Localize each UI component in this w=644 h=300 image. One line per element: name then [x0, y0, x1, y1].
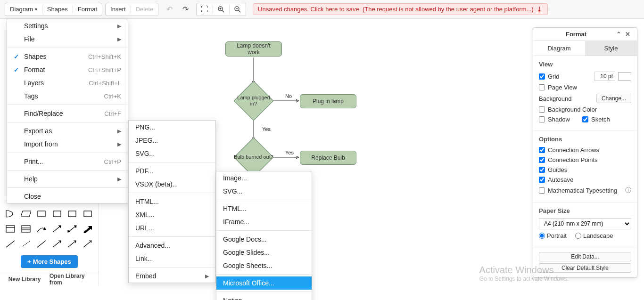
help-icon[interactable]: ⓘ — [625, 186, 631, 195]
embed-image[interactable]: Image... — [216, 171, 312, 185]
shape-arrow2[interactable] — [50, 237, 64, 251]
export-advanced[interactable]: Advanced... — [129, 239, 215, 252]
collapse-icon[interactable]: ⌃ — [614, 31, 623, 38]
pageview-check[interactable] — [539, 84, 545, 90]
shape-trap[interactable] — [19, 207, 33, 220]
shape-line[interactable] — [4, 237, 17, 251]
menu-tags[interactable]: TagsCtrl+K — [7, 89, 128, 103]
shadow-check[interactable] — [539, 116, 545, 122]
tab-style[interactable]: Style — [585, 41, 637, 56]
menu-print[interactable]: Print...Ctrl+P — [7, 155, 128, 168]
shape-rect[interactable] — [35, 207, 48, 220]
grid-size-input[interactable] — [594, 72, 615, 81]
zoom-in-icon[interactable] — [213, 3, 229, 16]
menu-settings[interactable]: Settings▶ — [7, 19, 128, 32]
shape-rect3[interactable] — [66, 207, 79, 220]
diagram-menu-btn[interactable]: Diagram ▾ — [5, 3, 42, 16]
undo-icon[interactable]: ↶ — [161, 3, 177, 16]
embed-html[interactable]: HTML... — [216, 202, 312, 215]
paper-size-select[interactable]: A4 (210 mm x 297 mm) — [539, 218, 631, 229]
export-link[interactable]: Link... — [129, 252, 215, 265]
embed-svg[interactable]: SVG... — [216, 185, 312, 198]
shape-rect4[interactable] — [81, 207, 94, 220]
zoom-out-icon[interactable] — [230, 3, 246, 16]
bgcolor-check[interactable] — [539, 106, 545, 113]
menu-shapes[interactable]: ✓ShapesCtrl+Shift+K — [7, 50, 128, 63]
node-decision-1[interactable]: Lamp plugged in? — [234, 81, 273, 121]
format-menu-btn[interactable]: Format — [73, 3, 102, 16]
menu-find[interactable]: Find/ReplaceCtrl+F — [7, 107, 128, 120]
shape-dashed[interactable] — [19, 237, 33, 251]
connpoints-check[interactable] — [539, 157, 545, 163]
diagram-menu: Settings▶ File▶ ✓ShapesCtrl+Shift+K ✓For… — [7, 19, 128, 203]
grid-color-swatch[interactable] — [618, 72, 631, 81]
svg-line-1 — [222, 10, 224, 12]
menu-file[interactable]: File▶ — [7, 32, 128, 46]
shape-line2[interactable] — [35, 237, 48, 251]
export-vsdx[interactable]: VSDX (beta)... — [129, 178, 215, 191]
download-icon[interactable]: ⭳ — [537, 6, 543, 13]
embed-gsheets[interactable]: Google Sheets... — [216, 259, 312, 272]
menu-format[interactable]: ✓FormatCtrl+Shift+P — [7, 63, 128, 76]
menu-close[interactable]: Close — [7, 190, 128, 203]
svg-line-26 — [37, 241, 46, 247]
export-pdf[interactable]: PDF... — [129, 164, 215, 178]
shape-curve-arrow[interactable] — [35, 222, 48, 235]
shape-halfcircle2[interactable] — [4, 207, 17, 220]
embed-notion[interactable]: Notion... — [216, 294, 312, 300]
shapes-menu-btn[interactable]: Shapes — [42, 3, 73, 16]
svg-line-27 — [53, 241, 60, 247]
open-library-btn[interactable]: Open Library from — [50, 272, 99, 286]
fit-icon[interactable]: ⛶ — [197, 3, 213, 16]
embed-iframe[interactable]: IFrame... — [216, 215, 312, 228]
edge-label-no-1: No — [285, 93, 292, 99]
portrait-radio[interactable] — [539, 233, 545, 239]
edge-label-yes-1: Yes — [262, 126, 271, 132]
shape-thick-arrow[interactable] — [81, 222, 94, 235]
menu-layers[interactable]: LayersCtrl+Shift+L — [7, 76, 128, 89]
export-svg[interactable]: SVG... — [129, 147, 215, 160]
paper-heading: Paper Size — [539, 207, 631, 214]
landscape-radio[interactable] — [575, 233, 581, 239]
connarrows-check[interactable] — [539, 147, 545, 153]
embed-msoffice[interactable]: Microsoft Office... — [216, 276, 312, 290]
redo-icon[interactable]: ↷ — [177, 3, 193, 16]
shape-window[interactable] — [4, 222, 17, 235]
shape-arrow4[interactable] — [81, 237, 94, 251]
shape-biarrow[interactable] — [66, 222, 79, 235]
clear-default-btn[interactable]: Clear Default Style — [539, 263, 631, 273]
export-png[interactable]: PNG... — [129, 121, 215, 134]
export-url[interactable]: URL... — [129, 221, 215, 235]
insert-btn[interactable]: Insert — [106, 3, 131, 16]
autosave-check[interactable] — [539, 177, 545, 183]
bg-change-btn[interactable]: Change... — [596, 94, 631, 103]
node-process-1[interactable]: Plug in lamp — [300, 94, 356, 108]
shape-arrow[interactable] — [50, 222, 64, 235]
sketch-check[interactable] — [582, 116, 588, 122]
grid-check[interactable] — [539, 73, 545, 80]
shape-list[interactable] — [19, 222, 33, 235]
save-warning[interactable]: Unsaved changes. Click here to save. (Th… — [253, 3, 548, 15]
export-html[interactable]: HTML... — [129, 195, 215, 208]
guides-check[interactable] — [539, 167, 545, 173]
math-check[interactable] — [539, 187, 545, 194]
close-icon[interactable]: ✕ — [623, 31, 632, 38]
node-process-2[interactable]: Replace Bulb — [300, 151, 356, 165]
menu-import[interactable]: Import from▶ — [7, 138, 128, 151]
export-xml[interactable]: XML... — [129, 208, 215, 221]
embed-gdocs[interactable]: Google Docs... — [216, 233, 312, 246]
undo-group: ↶ ↷ — [161, 3, 193, 16]
export-jpeg[interactable]: JPEG... — [129, 134, 215, 147]
tab-diagram[interactable]: Diagram — [533, 41, 585, 56]
shape-arrow3[interactable] — [66, 237, 79, 251]
shape-rect2[interactable] — [50, 207, 64, 220]
edit-data-btn[interactable]: Edit Data... — [539, 252, 631, 261]
new-library-btn[interactable]: New Library — [0, 272, 50, 286]
export-embed[interactable]: Embed▶ — [129, 269, 215, 283]
more-shapes-btn[interactable]: +More Shapes — [21, 255, 78, 268]
embed-gslides[interactable]: Google Slides... — [216, 246, 312, 259]
menu-help[interactable]: Help▶ — [7, 172, 128, 186]
delete-btn[interactable]: Delete — [131, 3, 158, 16]
menu-export[interactable]: Export as▶ — [7, 124, 128, 138]
node-start[interactable]: Lamp doesn't work — [225, 41, 282, 57]
